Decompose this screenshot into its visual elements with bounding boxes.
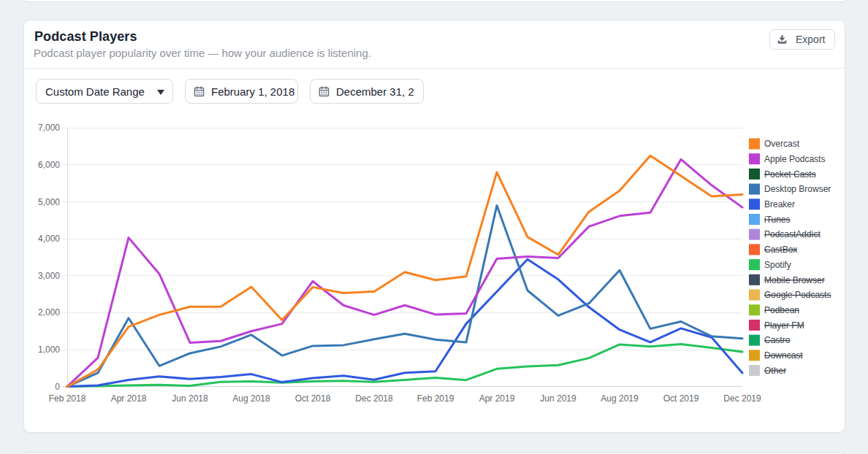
- svg-text:Feb 2018: Feb 2018: [49, 393, 86, 404]
- svg-text:Oct 2019: Oct 2019: [663, 393, 699, 404]
- svg-text:0: 0: [55, 382, 60, 392]
- svg-text:Pocket Casts: Pocket Casts: [764, 169, 816, 180]
- svg-text:Jun 2019: Jun 2019: [540, 393, 576, 404]
- svg-text:iTunes: iTunes: [764, 215, 791, 225]
- svg-text:Spotify: Spotify: [764, 260, 791, 270]
- svg-text:Other: Other: [764, 366, 786, 376]
- svg-text:Apple Podcasts: Apple Podcasts: [764, 154, 825, 164]
- svg-text:Aug 2019: Aug 2019: [601, 393, 639, 404]
- svg-text:Dec 2018: Dec 2018: [355, 393, 393, 404]
- svg-text:Feb 2019: Feb 2019: [417, 393, 454, 404]
- svg-text:Apr 2019: Apr 2019: [479, 393, 515, 404]
- svg-text:Apr 2018: Apr 2018: [111, 393, 147, 404]
- svg-text:Google Podcasts: Google Podcasts: [764, 290, 831, 300]
- svg-text:3,000: 3,000: [38, 271, 60, 281]
- svg-text:5,000: 5,000: [38, 197, 60, 207]
- svg-text:Castro: Castro: [764, 335, 791, 345]
- svg-text:CastBox: CastBox: [764, 245, 797, 255]
- svg-text:Player FM: Player FM: [764, 320, 804, 331]
- svg-text:6,000: 6,000: [38, 160, 60, 170]
- svg-text:Breaker: Breaker: [764, 199, 795, 209]
- svg-text:7,000: 7,000: [38, 123, 60, 133]
- svg-text:Oct 2018: Oct 2018: [295, 393, 331, 404]
- svg-text:Downcast: Downcast: [764, 350, 803, 361]
- svg-text:Desktop Browser: Desktop Browser: [764, 184, 831, 194]
- svg-text:Dec 2019: Dec 2019: [723, 393, 761, 404]
- svg-text:PodcastAddict: PodcastAddict: [764, 229, 821, 239]
- svg-text:Overcast: Overcast: [764, 139, 800, 149]
- svg-text:Podbean: Podbean: [764, 305, 799, 315]
- svg-text:4,000: 4,000: [38, 234, 60, 244]
- svg-text:2,000: 2,000: [38, 307, 60, 318]
- svg-text:Mobile Browser: Mobile Browser: [764, 275, 825, 285]
- svg-text:1,000: 1,000: [38, 345, 60, 355]
- svg-text:Aug 2018: Aug 2018: [232, 393, 270, 404]
- svg-text:Jun 2018: Jun 2018: [172, 393, 208, 404]
